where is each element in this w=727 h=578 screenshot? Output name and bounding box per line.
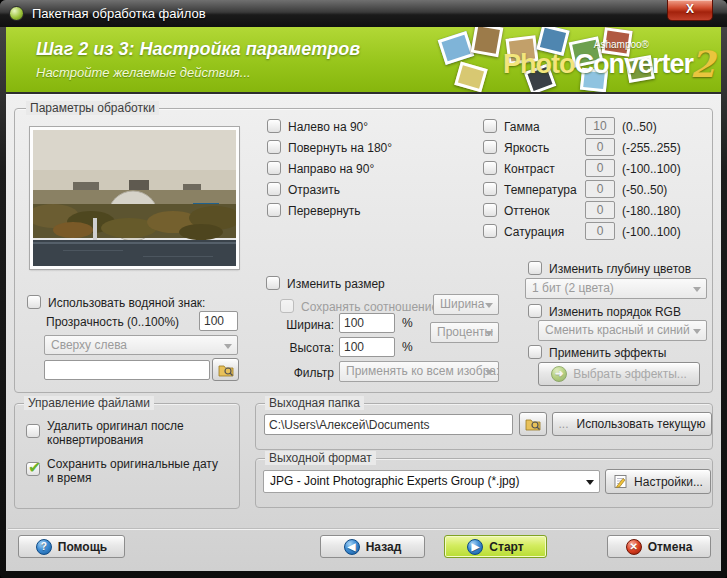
label-flip: Перевернуть — [288, 204, 361, 218]
label-resize: Изменить размер — [287, 277, 385, 291]
checkbox-apply-effects[interactable] — [528, 345, 542, 359]
checkbox-rgb-order[interactable] — [528, 304, 542, 318]
label-delete-original: Удалить оригинал после конвертирования — [47, 419, 217, 447]
label-contrast: Контраст — [504, 162, 555, 176]
width-unit: % — [402, 316, 413, 330]
group-processing-title: Параметры обработки — [26, 101, 159, 115]
checkbox-keep-ratio[interactable] — [280, 299, 294, 313]
watermark-browse-button[interactable] — [212, 358, 239, 381]
checkbox-saturation[interactable] — [483, 224, 497, 238]
use-current-folder-button[interactable]: ... Использовать текущую — [552, 412, 712, 436]
range-temperature: (-50..50) — [622, 183, 667, 197]
label-temperature: Температура — [504, 183, 577, 197]
back-button[interactable]: ◀ Назад — [320, 535, 425, 558]
step-title: Шаг 2 из 3: Настройка параметров — [36, 39, 360, 60]
cancel-button[interactable]: ✕ Отмена — [607, 535, 711, 558]
filter-select[interactable]: Применять ко всем изобра: — [339, 361, 499, 382]
output-format-select[interactable]: JPG - Joint Photographic Experts Group (… — [263, 470, 600, 493]
preview-landscape — [33, 130, 236, 266]
height-input[interactable] — [339, 337, 395, 357]
chevron-down-icon — [693, 329, 701, 334]
input-hue[interactable] — [585, 201, 615, 219]
app-icon — [9, 6, 24, 21]
checkbox-hue[interactable] — [483, 203, 497, 217]
checkbox-flip[interactable] — [267, 203, 281, 217]
output-folder-input[interactable] — [264, 414, 513, 435]
footer-divider — [8, 528, 719, 529]
label-gamma: Гамма — [504, 120, 540, 134]
label-brightness: Яркость — [504, 141, 549, 155]
label-saturation: Сатурация — [504, 225, 564, 239]
checkbox-resize[interactable] — [266, 276, 280, 290]
brand-name: PhotoConverter — [503, 49, 693, 80]
label-color-depth: Изменить глубину цветов — [549, 262, 691, 276]
checkbox-mirror[interactable] — [267, 182, 281, 196]
checkbox-watermark[interactable] — [27, 295, 41, 309]
close-x-icon: ✕ — [626, 539, 642, 555]
dialog-window: Пакетная обработка файлов X Шаг 2 из 3: … — [0, 0, 727, 578]
range-saturation: (-100..100) — [622, 225, 681, 239]
notepad-pencil-icon — [613, 474, 628, 489]
checkbox-rotate-left[interactable] — [267, 119, 281, 133]
label-keep-ratio: Сохранять соотношение — [301, 300, 438, 314]
watermark-path-input[interactable] — [44, 360, 210, 380]
label-rgb-order: Изменить порядок RGB — [549, 305, 681, 319]
label-keep-datetime: Сохранить оригинальные дату и время — [47, 457, 227, 485]
folder-search-icon — [525, 417, 541, 431]
arrow-right-icon: ▶ — [467, 539, 483, 555]
range-gamma: (0..50) — [622, 120, 657, 134]
chevron-down-icon — [586, 480, 594, 485]
format-settings-button[interactable]: Настройки... — [605, 469, 711, 494]
label-rotate-left: Налево на 90° — [288, 120, 368, 134]
title-bar[interactable]: Пакетная обработка файлов X — [0, 0, 727, 27]
checkbox-contrast[interactable] — [483, 161, 497, 175]
checkbox-gamma[interactable] — [483, 119, 497, 133]
ellipsis-icon: ... — [558, 417, 568, 431]
photo-thumb — [471, 27, 504, 57]
input-contrast[interactable] — [585, 159, 615, 177]
brand-version: 2 — [690, 43, 715, 85]
photo-thumb — [454, 62, 488, 93]
image-preview — [30, 127, 239, 269]
label-rotate-180: Повернуть на 180° — [288, 141, 392, 155]
output-folder-browse-button[interactable] — [519, 412, 547, 436]
width-input[interactable] — [339, 313, 395, 333]
arrow-left-icon: ◀ — [344, 539, 360, 555]
checkbox-color-depth[interactable] — [528, 261, 542, 275]
wizard-header: Шаг 2 из 3: Настройка параметров Настрой… — [6, 27, 721, 94]
input-gamma[interactable] — [585, 117, 615, 135]
label-apply-effects: Применить эффекты — [549, 346, 666, 360]
chevron-down-icon — [224, 344, 232, 349]
checkbox-keep-datetime[interactable] — [26, 462, 40, 476]
brand-logo: Ashampoo® PhotoConverter 2 — [528, 37, 713, 89]
label-filter: Фильтр — [270, 366, 334, 380]
checkbox-temperature[interactable] — [483, 182, 497, 196]
label-watermark-opacity: Прозрачность (0..100%) — [46, 315, 179, 329]
group-file-management-title: Управление файлами — [24, 396, 154, 410]
height-unit: % — [402, 340, 413, 354]
input-brightness[interactable] — [585, 138, 615, 156]
checkbox-delete-original[interactable] — [26, 424, 40, 438]
watermark-position-select[interactable]: Сверху слева — [44, 335, 238, 355]
close-button[interactable]: X — [667, 0, 713, 21]
watermark-opacity-input[interactable] — [199, 311, 238, 331]
range-hue: (-180..180) — [622, 204, 681, 218]
rgb-order-select[interactable]: Сменить красный и синий — [538, 320, 707, 341]
help-button[interactable]: ? Помощь — [18, 535, 125, 558]
checkbox-rotate-180[interactable] — [267, 140, 281, 154]
window-title: Пакетная обработка файлов — [32, 6, 206, 21]
help-icon: ? — [36, 539, 52, 555]
checkbox-rotate-right[interactable] — [267, 161, 281, 175]
checkbox-brightness[interactable] — [483, 140, 497, 154]
label-hue: Оттенок — [504, 204, 549, 218]
select-effects-button[interactable]: ➜ Выбрать эффекты... — [538, 362, 700, 386]
label-height: Высота: — [270, 341, 334, 355]
arrow-right-icon: ➜ — [551, 366, 567, 382]
start-button[interactable]: ▶ Старт — [444, 535, 547, 558]
input-temperature[interactable] — [585, 180, 615, 198]
resize-mode-select[interactable]: Ширина — [433, 294, 499, 315]
color-depth-select[interactable]: 1 бит (2 цвета) — [525, 278, 707, 299]
label-width: Ширина: — [270, 318, 334, 332]
input-saturation[interactable] — [585, 222, 615, 240]
resize-unit-select[interactable]: Проценты — [430, 322, 499, 343]
